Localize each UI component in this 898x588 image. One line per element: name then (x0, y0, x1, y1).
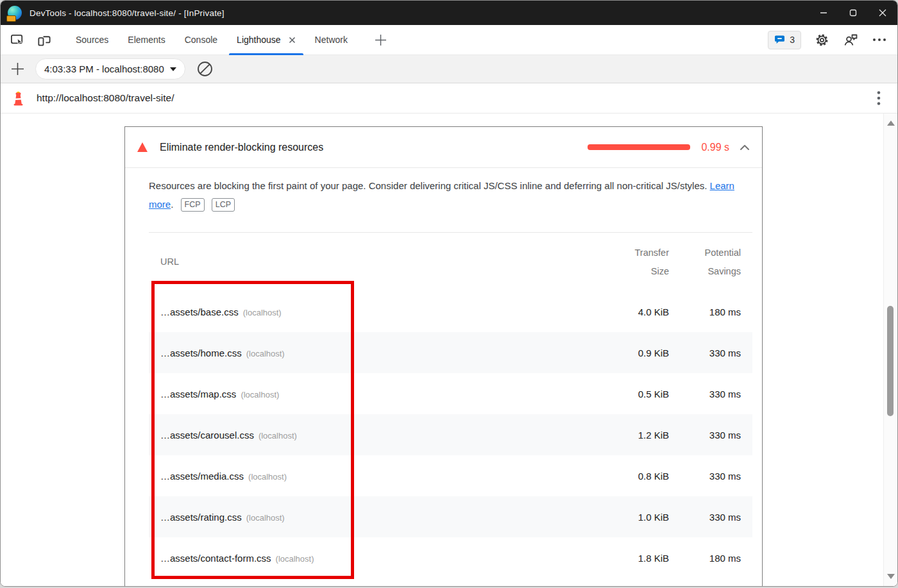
send-feedback-icon[interactable] (843, 32, 859, 48)
header-line: Savings (669, 262, 741, 281)
column-header-potential-savings: Potential Savings (669, 244, 741, 281)
table-header-row: URL Transfer Size Potential Savings (149, 233, 752, 291)
metric-chip-fcp: FCP (181, 198, 205, 212)
tab-console[interactable]: Console (175, 25, 227, 55)
resource-url-link[interactable]: …assets/rating.css (160, 512, 242, 523)
report-selector-dropdown[interactable]: 4:03:33 PM - localhost:8080 (35, 58, 185, 80)
potential-savings-value: 330 ms (669, 471, 741, 482)
transfer-size-value: 0.5 KiB (592, 389, 669, 399)
chevron-up-icon[interactable] (740, 144, 750, 151)
sentence-period: . (171, 199, 173, 210)
panel-tabs: Sources Elements Console Lighthouse Netw… (66, 25, 357, 55)
chevron-down-icon (170, 67, 176, 71)
report-content: Eliminate render-blocking resources 0.99… (1, 113, 897, 586)
scroll-down-icon[interactable] (887, 574, 895, 579)
resource-url-link[interactable]: …assets/media.css (160, 471, 244, 482)
report-url-bar: http://localhost:8080/travel-site/ (1, 83, 897, 113)
tab-label: Sources (76, 35, 108, 45)
column-header-url: URL (160, 253, 592, 271)
settings-gear-icon[interactable] (815, 33, 829, 47)
header-line: Size (592, 262, 669, 281)
more-options-icon[interactable] (872, 38, 886, 42)
fail-warning-triangle-icon (137, 142, 148, 152)
tab-lighthouse[interactable]: Lighthouse (227, 25, 305, 55)
header-line: Transfer (592, 244, 669, 262)
new-report-icon[interactable] (10, 62, 25, 76)
table-row: …assets/map.css(localhost) 0.5 KiB 330 m… (149, 373, 752, 414)
transfer-size-value: 0.9 KiB (592, 348, 669, 358)
potential-savings-value: 330 ms (669, 512, 741, 523)
table-row: …assets/media.css(localhost) 0.8 KiB 330… (149, 455, 752, 496)
resource-host: (localhost) (248, 472, 287, 482)
audit-savings-value: 0.99 s (701, 142, 729, 153)
resource-url-link[interactable]: …assets/contact-form.css (160, 553, 271, 564)
inspect-element-icon[interactable] (10, 32, 26, 48)
resource-url-link[interactable]: …assets/map.css (160, 389, 236, 399)
report-url: http://localhost:8080/travel-site/ (37, 92, 174, 104)
lighthouse-run-bar: 4:03:33 PM - localhost:8080 (1, 55, 897, 83)
transfer-size-value: 4.0 KiB (592, 307, 669, 317)
tab-label: Network (315, 35, 348, 45)
devtools-tab-bar: Sources Elements Console Lighthouse Netw… (1, 25, 897, 55)
title-bar: DevTools - localhost:8080/travel-site/ -… (1, 1, 897, 25)
transfer-size-value: 1.2 KiB (592, 430, 669, 441)
window-controls (809, 1, 897, 25)
tab-label: Elements (128, 35, 165, 45)
issues-badge[interactable]: 3 (768, 31, 801, 49)
lighthouse-logo-icon (11, 90, 26, 106)
potential-savings-value: 330 ms (669, 348, 741, 358)
resource-host: (localhost) (241, 390, 279, 399)
scrollbar-thumb[interactable] (887, 306, 894, 416)
transfer-size-value: 1.8 KiB (592, 553, 669, 564)
table-row: …assets/rating.css(localhost) 1.0 KiB 33… (149, 496, 752, 537)
report-selector-label: 4:03:33 PM - localhost:8080 (44, 63, 164, 74)
table-row: …assets/carousel.css(localhost) 1.2 KiB … (149, 414, 752, 455)
close-tab-icon[interactable] (289, 37, 296, 44)
resource-url-link[interactable]: …assets/base.css (160, 307, 239, 317)
severity-bar (588, 144, 690, 150)
resource-url-link[interactable]: …assets/home.css (160, 348, 242, 358)
header-line: Potential (669, 244, 741, 262)
table-row: …assets/contact-form.css(localhost) 1.8 … (149, 537, 752, 578)
minimize-button[interactable] (809, 1, 838, 25)
audit-title: Eliminate render-blocking resources (160, 142, 323, 153)
audit-card: Eliminate render-blocking resources 0.99… (124, 126, 763, 586)
column-header-transfer-size: Transfer Size (592, 244, 669, 281)
transfer-size-value: 1.0 KiB (592, 512, 669, 523)
resource-host: (localhost) (276, 554, 314, 564)
audit-description-text: Resources are blocking the first paint o… (149, 180, 707, 191)
transfer-size-value: 0.8 KiB (592, 471, 669, 482)
chat-bubble-icon (774, 35, 785, 45)
potential-savings-value: 180 ms (669, 553, 741, 564)
tab-network[interactable]: Network (305, 25, 357, 55)
window-title: DevTools - localhost:8080/travel-site/ -… (30, 8, 224, 18)
tab-elements[interactable]: Elements (118, 25, 174, 55)
metric-chip-lcp: LCP (212, 198, 235, 212)
device-toolbar-icon[interactable] (36, 32, 52, 48)
issues-count: 3 (790, 35, 795, 45)
tab-label: Console (185, 35, 217, 45)
audit-description: Resources are blocking the first paint o… (149, 176, 738, 214)
close-button[interactable] (868, 1, 897, 25)
audit-table: URL Transfer Size Potential Savings …ass… (149, 232, 752, 578)
maximize-button[interactable] (838, 1, 868, 25)
resource-host: (localhost) (258, 431, 297, 441)
clear-reports-icon[interactable] (196, 60, 214, 78)
resource-url-link[interactable]: …assets/carousel.css (160, 430, 254, 441)
resource-host: (localhost) (246, 513, 285, 523)
more-tabs-icon[interactable] (374, 33, 387, 47)
potential-savings-value: 330 ms (669, 430, 741, 441)
resource-host: (localhost) (246, 349, 285, 358)
table-row: …assets/home.css(localhost) 0.9 KiB 330 … (149, 332, 752, 373)
audit-header[interactable]: Eliminate render-blocking resources 0.99… (125, 127, 762, 168)
report-menu-icon[interactable] (877, 90, 887, 106)
potential-savings-value: 180 ms (669, 307, 741, 317)
vertical-scrollbar[interactable] (883, 113, 897, 586)
potential-savings-value: 330 ms (669, 389, 741, 399)
scroll-up-icon[interactable] (887, 121, 895, 126)
tab-label: Lighthouse (237, 35, 281, 45)
table-row: …assets/base.css(localhost) 4.0 KiB 180 … (149, 291, 752, 332)
resource-host: (localhost) (243, 308, 282, 317)
devtools-window: DevTools - localhost:8080/travel-site/ -… (0, 0, 898, 587)
tab-sources[interactable]: Sources (66, 25, 118, 55)
